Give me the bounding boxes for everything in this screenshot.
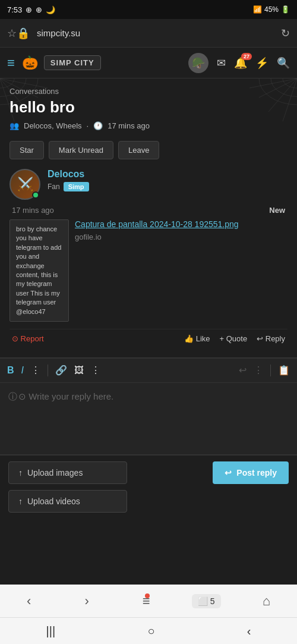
battery-text: 45% [264, 5, 279, 14]
clock-icon: 🕐 [93, 121, 103, 130]
browser-nav-controls: ‹ › ≡ ⬜ 5 ⌂ [0, 585, 297, 618]
brand-text[interactable]: SIMP CITY [44, 55, 101, 70]
italic-button[interactable]: I [21, 365, 24, 376]
upload-images-icon: ↑ [18, 468, 23, 477]
back-button[interactable]: ‹ [15, 589, 43, 614]
tabs-icon: ⬜ [198, 596, 208, 606]
image-button[interactable]: 🖼 [74, 365, 84, 376]
author-info: Delocos Fan Simp [48, 169, 89, 191]
time-dot: · [87, 121, 89, 130]
paste-button[interactable]: 📋 [278, 365, 290, 376]
upload-videos-button[interactable]: ↑ Upload videos [8, 490, 127, 513]
refresh-icon[interactable]: ↻ [281, 27, 290, 40]
participants: Delocos, Wheels [24, 121, 82, 130]
lock-icon: 🔒 [17, 27, 30, 40]
system-nav: ||| ○ ‹ [0, 618, 297, 644]
reply-editor: B I ⋮ 🔗 🖼 ⋮ ↩ ⋮ 📋 ⓘ ⊙ Write your reply h… [0, 357, 297, 455]
status-right: 📶 45% 🔋 [253, 5, 290, 14]
tabs-count: 5 [210, 596, 215, 606]
mail-icon[interactable]: ✉ [217, 56, 226, 70]
browser-bar: ☆ 🔒 simpcity.su ↻ [0, 19, 297, 48]
msg-time-row: 17 mins ago New [10, 206, 287, 215]
editor-area[interactable]: ⓘ ⊙ Write your reply here. [0, 383, 297, 454]
post-reply-button[interactable]: ↩ Post reply [213, 461, 289, 484]
conv-meta: 👥 Delocos, Wheels · 🕐 17 mins ago [10, 121, 287, 130]
placeholder-icon: ⓘ [8, 391, 17, 403]
bottom-nav: ‹ › ≡ ⬜ 5 ⌂ ||| ○ ‹ [0, 585, 297, 644]
fan-badge: Fan [48, 183, 60, 191]
tabs-button[interactable]: ⬜ 5 [192, 594, 221, 608]
post-reply-icon: ↩ [225, 468, 232, 477]
msg-actions: ⊙ Report 👍 Like + Quote ↩ Reply [10, 329, 287, 353]
nav-bar: ≡ 🎃 SIMP CITY 🪖 ✉ 🔔 27 ⚡ 🔍 [0, 48, 297, 78]
reply-button[interactable]: ↩ Reply [257, 334, 285, 343]
undo-button[interactable]: ↩ [239, 365, 247, 376]
system-back-button[interactable]: ||| [29, 622, 74, 640]
bolt-icon[interactable]: ⚡ [255, 56, 268, 70]
editor-placeholder: ⓘ ⊙ Write your reply here. [8, 391, 289, 403]
extra-more-button[interactable]: ⋮ [254, 365, 263, 376]
conversations-header: Conversations hello bro 👥 Delocos, Wheel… [0, 78, 297, 141]
status-icon-3: 🌙 [46, 5, 55, 14]
attachment-site: gofile.io [75, 233, 102, 241]
quote-button[interactable]: + Quote [220, 334, 248, 343]
upload-images-button[interactable]: ↑ Upload images [8, 461, 127, 484]
participants-icon: 👥 [10, 121, 19, 130]
link-button[interactable]: 🔗 [55, 365, 67, 376]
online-indicator [32, 191, 39, 199]
nav-right: 🪖 ✉ 🔔 27 ⚡ 🔍 [188, 53, 290, 73]
insert-more-button[interactable]: ⋮ [91, 365, 100, 376]
like-icon: 👍 [184, 334, 194, 343]
action-buttons: Star Mark Unread Leave [0, 141, 297, 159]
author-name[interactable]: Delocos [48, 169, 89, 180]
battery-icon: 🔋 [281, 5, 290, 14]
format-more-button[interactable]: ⋮ [31, 365, 40, 376]
upload-videos-label: Upload videos [27, 497, 80, 506]
system-recent-button[interactable]: ‹ [229, 622, 269, 640]
home-button[interactable]: ⌂ [251, 589, 282, 614]
message-block: ⚔️ Delocos Fan Simp 17 mins ago New bro … [0, 169, 297, 353]
signal-icon: 📶 [253, 5, 262, 14]
placeholder-text: ⊙ Write your reply here. [18, 391, 113, 402]
upload-images-row: ↑ Upload images ↩ Post reply [8, 461, 289, 484]
menu-button[interactable]: ≡ [131, 589, 162, 614]
like-button[interactable]: 👍 Like [184, 334, 210, 343]
msg-new-badge: New [269, 206, 285, 215]
message-author: ⚔️ Delocos Fan Simp [10, 169, 287, 200]
msg-time: 17 mins ago [12, 206, 54, 215]
nav-brand: SIMP CITY [44, 55, 188, 70]
star-button[interactable]: Star [10, 141, 44, 159]
breadcrumb: Conversations [10, 87, 287, 96]
status-icon-1: ⊕ [26, 5, 32, 14]
system-home-button[interactable]: ○ [129, 622, 172, 640]
avatar-wrap: ⚔️ [10, 169, 40, 200]
nav-avatar[interactable]: 🪖 [188, 53, 208, 73]
search-icon[interactable]: 🔍 [277, 56, 290, 70]
bold-button[interactable]: B [7, 365, 14, 376]
forward-button[interactable]: › [72, 589, 100, 614]
action-group: 👍 Like + Quote ↩ Reply [184, 334, 285, 343]
star-icon[interactable]: ☆ [7, 27, 17, 40]
msg-attachment: Captura de pantalla 2024-10-28 192551.pn… [75, 219, 287, 242]
toolbar-divider-1 [48, 365, 48, 376]
simp-badge: Simp [64, 182, 89, 191]
notification-icon[interactable]: 🔔 27 [234, 56, 247, 70]
browser-url[interactable]: simpcity.su [30, 19, 281, 48]
mark-unread-button[interactable]: Mark Unread [49, 141, 113, 159]
report-button[interactable]: ⊙ Report [12, 334, 44, 343]
status-icon-2: ⊕ [36, 5, 42, 14]
author-badges: Fan Simp [48, 182, 89, 191]
pumpkin-icon: 🎃 [22, 55, 38, 71]
page-content: Conversations hello bro 👥 Delocos, Wheel… [0, 78, 297, 614]
page-title: hello bro [10, 98, 287, 117]
leave-button[interactable]: Leave [118, 141, 159, 159]
notification-badge: 27 [241, 53, 252, 60]
msg-text-body: bro by chance you have telegram to add y… [10, 219, 69, 322]
attachment-link[interactable]: Captura de pantalla 2024-10-28 192551.pn… [75, 219, 287, 229]
upload-images-label: Upload images [27, 468, 83, 477]
toolbar-divider-2 [270, 365, 271, 376]
hamburger-icon[interactable]: ≡ [7, 55, 15, 71]
upload-videos-icon: ↑ [18, 497, 23, 506]
upload-section: ↑ Upload images ↩ Post reply ↑ Upload vi… [0, 455, 297, 519]
msg-content: bro by chance you have telegram to add y… [10, 219, 287, 322]
